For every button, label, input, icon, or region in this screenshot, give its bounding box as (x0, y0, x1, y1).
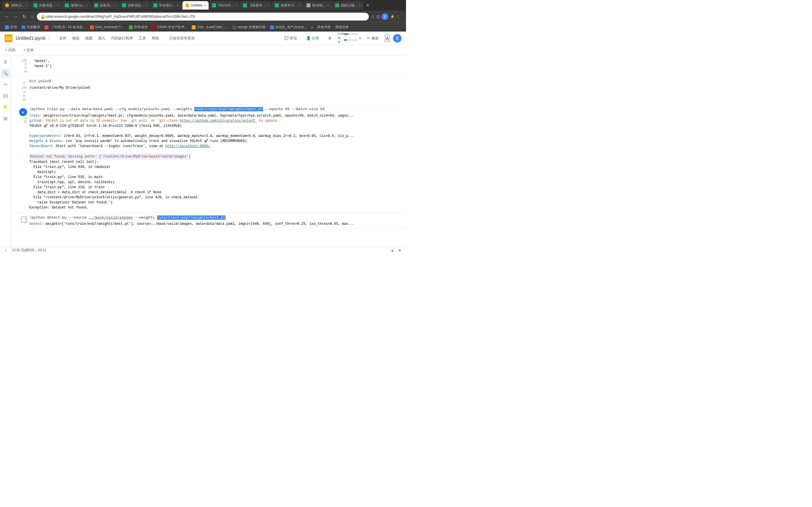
tab-1806[interactable]: 1806.0... × (2, 1, 30, 10)
tab-yunduan[interactable]: 我的云端... × (333, 1, 363, 10)
browser-menu-button[interactable]: ⋮ (396, 13, 400, 20)
sidebar-folder-icon[interactable]: 📁 (1, 103, 10, 112)
edit-button[interactable]: ✏ 修改 (364, 34, 382, 43)
cell-3-settings[interactable]: ⚙ (371, 109, 378, 115)
cell-3-run-button[interactable]: ▶ (19, 108, 27, 116)
back-button[interactable]: ← (3, 13, 10, 20)
screen-mirror-button[interactable]: ⊡ (376, 13, 380, 20)
cell-3-copy[interactable]: ⧉ (363, 109, 370, 115)
bookmark-star-button[interactable]: ☆ (371, 13, 375, 20)
cell-4-out-detect: detect: weights=['runs/train/exp7/weight… (29, 221, 404, 226)
cell-4-source-link[interactable]: ../mask/valid/images (89, 216, 133, 220)
bookmark-label-mail: （7封私信 / 24 条消息... (50, 25, 86, 30)
tab-6tiao2[interactable]: (6条消... × (91, 1, 119, 10)
tab-close-12[interactable]: × (359, 4, 361, 7)
sidebar-search-icon[interactable]: 🔍 (1, 69, 10, 78)
menu-file[interactable]: 文件 (57, 35, 69, 42)
sidebar-menu-icon[interactable]: ☰ (1, 57, 10, 66)
add-text-button[interactable]: + 文本 (20, 47, 37, 54)
comment-button[interactable]: 💬 评论 (282, 34, 300, 43)
tab-dizu[interactable]: 第16组... × (304, 1, 332, 10)
sidebar-variable-icon[interactable]: {x} (1, 91, 10, 100)
add-code-button[interactable]: + 代码 (2, 47, 18, 54)
status-close-button[interactable]: ✕ (398, 248, 402, 252)
bookmark-csdn[interactable]: CSDN-专业IT技术... (150, 24, 189, 30)
tensorboard-link[interactable]: http://localhost:6006/ (165, 144, 210, 148)
cell-3-move-up[interactable]: ↑ (340, 109, 346, 115)
tab-close-8[interactable]: × (235, 4, 237, 7)
cell-1: [3] 0 分 钟 'mask1', 'mask 2'] (11, 55, 406, 76)
tab-shiyong[interactable]: 使用Co... × (62, 1, 91, 10)
extension-button[interactable]: ⚡ (390, 13, 395, 20)
cell-3-link[interactable]: 🔗 (355, 109, 362, 115)
edit-label: 修改 (371, 36, 378, 41)
comment-icon: 💬 (284, 36, 289, 40)
tab-yolov5[interactable]: YOLOv5... × (209, 1, 240, 10)
tab-6tiao1[interactable]: (6条消息... × (31, 1, 61, 10)
bookmark-automation[interactable]: 自动化_电气自动化... (268, 24, 309, 30)
star-icon[interactable]: ☆ (47, 36, 51, 41)
tab-untitled[interactable]: Untitled × (183, 1, 209, 10)
cell-3-move-down[interactable]: ↓ (347, 109, 354, 115)
menu-view[interactable]: 视图 (83, 35, 95, 42)
tab-close-5[interactable]: × (146, 4, 147, 7)
tab-close-4[interactable]: × (114, 4, 116, 7)
tab-close-11[interactable]: × (327, 4, 329, 7)
home-button[interactable]: ⌂ (30, 13, 35, 20)
bookmark-login[interactable]: 登录成功 (127, 24, 149, 30)
collapse-button[interactable]: ∧ (385, 35, 390, 42)
reload-button[interactable]: ↻ (21, 13, 28, 20)
tab-shenduxue1[interactable]: 【深度学... × (240, 1, 271, 10)
bookmark-other-books[interactable]: 其他书签 (315, 24, 333, 30)
tab-close-6[interactable]: × (177, 4, 179, 7)
cell-3-out-traceback1: Traceback (most recent call last): (29, 159, 404, 165)
new-tab-button[interactable]: + (364, 3, 371, 8)
share-button[interactable]: 👤 分享 (303, 34, 322, 43)
user-avatar[interactable]: S (393, 34, 402, 43)
tab-close-2[interactable]: × (57, 4, 59, 7)
cell-3-more[interactable]: ⋮ (395, 109, 402, 115)
tab-close-9[interactable]: × (267, 4, 268, 7)
menu-runtime[interactable]: 代码执行程序 (109, 35, 135, 42)
sidebar-table-icon[interactable]: ▤ (1, 114, 10, 123)
cell-2: ✓ [4] 0 分 钟 %cd yolov5 /content/drive/My… (11, 76, 406, 104)
menu-insert[interactable]: 插入 (96, 35, 108, 42)
tab-close-1[interactable]: × (26, 4, 28, 7)
sidebar-code-icon[interactable]: </> (1, 80, 10, 89)
bookmark-mail[interactable]: （7封私信 / 24 条消息... (43, 24, 87, 30)
cell-3-gutter: ▶ 0 秒 (11, 104, 28, 212)
tab-close-3[interactable]: × (86, 4, 88, 7)
forward-button[interactable]: → (12, 13, 19, 20)
bookmark-sink[interactable]: Sink_Arsenic的个... (88, 24, 126, 30)
bookmark-label-reading: 阅读清单 (335, 25, 349, 30)
settings-button[interactable]: ⚙ (325, 34, 335, 42)
bookmark-xrange[interactable]: xrange 的搜索结果 (231, 24, 267, 30)
cell-3-weights-highlight: runs/train/exp7/weights/best.pt (194, 107, 263, 111)
cell-3-expand[interactable]: ⊡ (379, 109, 386, 115)
bookmark-apps[interactable]: 应用 (3, 24, 18, 30)
cell-3-out-version: YOLOv5 🚀 v6.0-218-g7539cd7 torch 1.10.0+… (29, 123, 404, 128)
bookmark-baidu-translate[interactable]: 百度翻译 (20, 24, 42, 30)
menu-tools[interactable]: 工具 (137, 35, 148, 42)
github-link[interactable]: https://github.com/ultralytics/yolov5` (180, 119, 257, 123)
cell-3-out-error: Dataset not found, missing paths: ['/con… (29, 154, 404, 159)
tab-shenduxue2[interactable]: 深度学习... × (272, 1, 303, 10)
tab-label-7: Untitled (191, 3, 202, 7)
menu-help[interactable]: 帮助 (149, 35, 161, 42)
cell-3: ▶ 0 秒 ↑ ↓ 🔗 ⧉ ⚙ (11, 104, 406, 213)
tab-close-7[interactable]: × (204, 4, 206, 7)
menu-edit[interactable]: 修改 (70, 35, 82, 42)
bookmark-leetcode[interactable]: 力扣（LeetCode）... (190, 24, 230, 30)
cell-3-delete[interactable]: 🗑 (387, 109, 394, 115)
ram-disk-dropdown[interactable]: ▾ (359, 36, 361, 40)
tab-biye[interactable]: 毕业设计... × (151, 1, 182, 10)
address-text: colab.research.google.com/drive/1RbtgYyd… (45, 15, 365, 18)
user-profile-button[interactable]: S (382, 13, 388, 20)
address-icons: ☆ ⊡ S ⚡ ⋮ (371, 13, 400, 20)
bookmark-icon-mail (45, 25, 49, 29)
tab-6tiao3[interactable]: (6条消息... × (119, 1, 150, 10)
colab-toolbar: + 代码 + 文本 (0, 45, 406, 55)
tab-close-10[interactable]: × (299, 4, 300, 7)
address-bar[interactable]: 🔒 colab.research.google.com/drive/1RbtgY… (37, 13, 369, 20)
bookmark-reading-list[interactable]: 阅读清单 (334, 24, 350, 30)
